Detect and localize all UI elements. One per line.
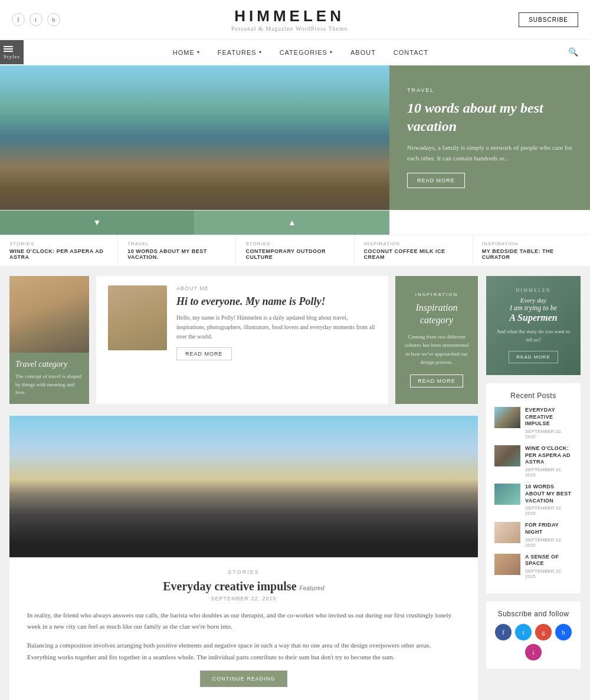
recent-thumb-5	[494, 554, 520, 575]
about-inner: ABOUT ME Hi to everyone. My name is Poll…	[108, 285, 376, 360]
road-scene	[9, 416, 478, 557]
subscribe-twitter-icon[interactable]: t	[515, 624, 532, 640]
recent-info-4: FOR FRIDAY NIGHT SEPTEMBER 22, 2015	[525, 522, 572, 547]
ticker-item-5[interactable]: INSPIRATION MY BEDSIDE TABLE: THE CURATO…	[473, 235, 590, 266]
behance-icon[interactable]: b	[47, 13, 60, 26]
travel-card[interactable]: Travel category The concept of travel is…	[9, 276, 89, 404]
subscribe-card: Subscribe and follow f t g b i	[486, 602, 581, 669]
recent-thumb-1	[494, 407, 520, 428]
nav-categories[interactable]: CATEGORIES▾	[280, 49, 333, 56]
story-ticker: STORIES WINE O'CLOCK: PER ASPERA AD ASTR…	[0, 235, 590, 267]
feature-cards-row: Travel category The concept of travel is…	[9, 276, 478, 404]
post-paragraph-2: Balancing a composition involves arrangi…	[27, 640, 460, 663]
hero-title: 10 words about my best vacation	[407, 99, 572, 136]
subscribe-googleplus-icon[interactable]: g	[535, 624, 552, 640]
recent-posts-section: Recent Posts EVERYDAY CREATIVE IMPULSE S…	[486, 383, 581, 593]
search-icon[interactable]: 🔍	[568, 47, 578, 57]
recent-thumb-2	[494, 445, 520, 466]
inspiration-title: Inspiration category	[404, 302, 470, 327]
site-name: HIMMELEN	[60, 7, 519, 25]
supermen-line3: A Supermen	[494, 313, 572, 323]
post-content: STORIES Everyday creative impulse Featur…	[9, 557, 478, 701]
post-image	[9, 416, 478, 557]
hero-nav-up[interactable]: ▲	[195, 211, 389, 235]
nav-about[interactable]: ABOUT	[350, 49, 376, 56]
hero-read-more-button[interactable]: READ MORE	[407, 173, 465, 188]
supermen-card: HIMMELEN Every day I am trying to be A S…	[486, 276, 581, 375]
ticker-item-3[interactable]: STORIES CONTEMPORARY OUTDOOR CULTURE	[236, 235, 354, 266]
recent-info-3: 10 WORDS ABOUT MY BEST VACATION SEPTEMBE…	[525, 484, 572, 516]
about-label: ABOUT ME	[176, 285, 376, 291]
subscribe-button[interactable]: SUBSCRIBE	[519, 12, 578, 27]
supermen-text: Every day I am trying to be A Supermen	[494, 297, 572, 323]
hero-nav-down[interactable]: ▼	[0, 211, 195, 235]
supermen-brand: HIMMELEN	[494, 288, 572, 293]
post-paragraph-1: In reality, the friend who always answer…	[27, 610, 460, 633]
recent-thumb-3	[494, 484, 520, 505]
subscribe-icons: f t g b i	[494, 624, 572, 660]
twitter-icon[interactable]: t	[30, 13, 42, 26]
travel-card-overlay: Travel category The concept of travel is…	[9, 353, 89, 404]
supermen-description: And what the story do you want to tell u…	[494, 328, 572, 344]
about-image	[108, 285, 167, 350]
about-read-more-button[interactable]: READ MORE	[176, 347, 232, 360]
navigation: HOME▾ FEATURES▾ CATEGORIES▾ ABOUT CONTAC…	[0, 40, 590, 65]
about-card: ABOUT ME Hi to everyone. My name is Poll…	[96, 276, 388, 404]
inspiration-category: INSPIRATION	[415, 292, 458, 297]
recent-post-item-2[interactable]: WINE O'CLOCK: PER ASPERA AD ASTRA SEPTEM…	[494, 445, 572, 478]
inspiration-card[interactable]: INSPIRATION Inspiration category Coming …	[395, 276, 478, 404]
recent-posts-title: Recent Posts	[494, 392, 572, 400]
recent-post-item-5[interactable]: A SENSE OF SPACE SEPTEMBER 22, 2015	[494, 554, 572, 579]
supermen-line2: I am trying to be	[494, 304, 572, 313]
nav-features[interactable]: FEATURES▾	[218, 49, 262, 56]
featured-badge: Featured	[300, 585, 324, 591]
supermen-read-more-button[interactable]: READ MORE	[509, 351, 558, 363]
recent-info-5: A SENSE OF SPACE SEPTEMBER 22, 2015	[525, 554, 572, 579]
subscribe-facebook-icon[interactable]: f	[495, 624, 512, 640]
recent-post-item-1[interactable]: EVERYDAY CREATIVE IMPULSE SEPTEMBER 22, …	[494, 407, 572, 439]
recent-post-item-4[interactable]: FOR FRIDAY NIGHT SEPTEMBER 22, 2015	[494, 522, 572, 547]
hero-nav: ▼ ▲	[0, 210, 590, 235]
recent-info-2: WINE O'CLOCK: PER ASPERA AD ASTRA SEPTEM…	[525, 445, 572, 478]
top-bar: f t b HIMMELEN Personal & Magazine WordP…	[0, 0, 590, 40]
travel-card-desc: The concept of travel is shaped by thing…	[15, 373, 83, 397]
hero-image	[0, 65, 389, 210]
site-subtitle: Personal & Magazine WordPress Theme	[60, 25, 519, 32]
subscribe-behance-icon[interactable]: b	[555, 624, 572, 640]
recent-thumb-4	[494, 522, 520, 543]
ticker-item-1[interactable]: STORIES WINE O'CLOCK: PER ASPERA AD ASTR…	[0, 235, 118, 266]
menu-lines-icon	[4, 46, 20, 52]
right-sidebar: HIMMELEN Every day I am trying to be A S…	[486, 276, 581, 700]
blog-post: STORIES Everyday creative impulse Featur…	[9, 416, 478, 701]
nav-home[interactable]: HOME▾	[173, 49, 200, 56]
about-description: Hello, my name is Polly! Himmelen is a d…	[176, 313, 376, 341]
travel-card-title: Travel category	[15, 360, 83, 369]
hero-description: Nowadays, a family is simply a network o…	[407, 143, 572, 163]
nav-links: HOME▾ FEATURES▾ CATEGORIES▾ ABOUT CONTAC…	[33, 49, 568, 56]
hero-panel: TRAVEL 10 words about my best vacation N…	[389, 65, 590, 210]
main-layout: Travel category The concept of travel is…	[0, 267, 590, 700]
hero-nav-left: ▼ ▲	[0, 211, 389, 235]
main-content: Travel category The concept of travel is…	[9, 276, 478, 700]
subscribe-instagram-icon[interactable]: i	[525, 644, 542, 660]
hero-section: TRAVEL 10 words about my best vacation N…	[0, 65, 590, 210]
about-text: ABOUT ME Hi to everyone. My name is Poll…	[176, 285, 376, 360]
hero-scene	[0, 65, 389, 210]
post-title: Everyday creative impulse Featured	[27, 580, 460, 593]
post-date: SEPTEMBER 22, 2015	[27, 596, 460, 602]
recent-info-1: EVERYDAY CREATIVE IMPULSE SEPTEMBER 22, …	[525, 407, 572, 439]
facebook-icon[interactable]: f	[12, 13, 25, 26]
continue-reading-button[interactable]: CONTINUE READING	[200, 671, 288, 687]
recent-post-item-3[interactable]: 10 WORDS ABOUT MY BEST VACATION SEPTEMBE…	[494, 484, 572, 516]
about-title: Hi to everyone. My name is Polly!	[176, 295, 376, 308]
ticker-item-4[interactable]: INSPIRATION COCONUT COFFEE MILK ICE CREA…	[355, 235, 473, 266]
site-title: HIMMELEN Personal & Magazine WordPress T…	[60, 7, 519, 32]
hero-category: TRAVEL	[407, 87, 572, 93]
inspiration-description: Coming from two different cultures has b…	[404, 333, 470, 367]
hero-nav-right	[389, 211, 590, 235]
nav-contact[interactable]: CONTACT	[394, 49, 428, 56]
inspiration-read-more-button[interactable]: READ MORE	[410, 374, 463, 387]
styles-sidebar[interactable]: Styles	[0, 40, 24, 64]
supermen-line1: Every day	[494, 297, 572, 304]
ticker-item-2[interactable]: TRAVEL 10 WORDS ABOUT MY BEST VACATION.	[118, 235, 236, 266]
